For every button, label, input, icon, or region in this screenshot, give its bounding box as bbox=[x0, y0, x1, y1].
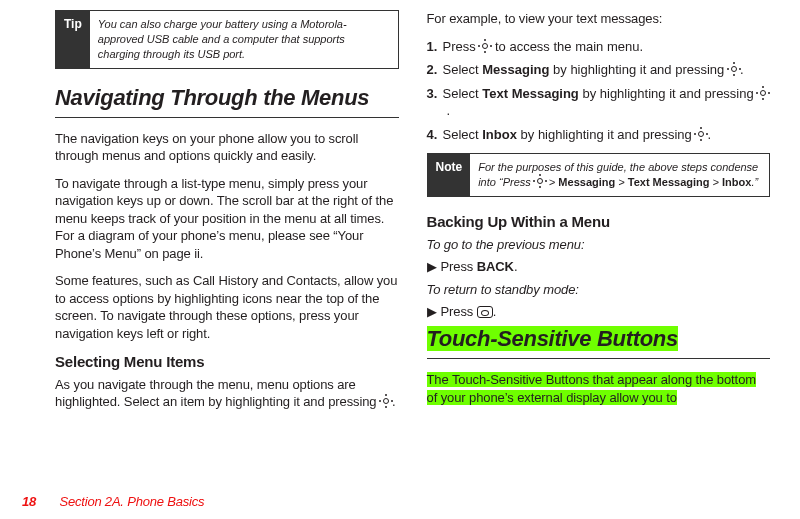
text-run: Select bbox=[443, 127, 483, 142]
paragraph: The navigation keys on your phone allow … bbox=[55, 130, 399, 165]
section-heading-navigating: Navigating Through the Menus bbox=[55, 85, 399, 111]
text-run: Select bbox=[443, 62, 483, 77]
bold-term: Inbox bbox=[722, 176, 751, 188]
bold-term: Messaging bbox=[558, 176, 615, 188]
bold-term: Inbox bbox=[482, 127, 517, 142]
subheading-backing-up: Backing Up Within a Menu bbox=[427, 213, 771, 230]
two-column-layout: Tip You can also charge your battery usi… bbox=[55, 10, 770, 421]
note-label: Note bbox=[428, 154, 471, 196]
nav-key-icon bbox=[695, 128, 707, 140]
instruction-line: ▶Press . bbox=[427, 303, 771, 321]
lead-in: To go to the previous menu: bbox=[427, 236, 771, 254]
end-key-icon bbox=[477, 306, 493, 318]
step-1: 1.Press to access the main menu. bbox=[427, 38, 771, 56]
tip-label: Tip bbox=[56, 11, 90, 68]
footer-section-title: Section 2A. Phone Basics bbox=[59, 494, 204, 509]
left-column: Tip You can also charge your battery usi… bbox=[55, 10, 399, 421]
text-run: > bbox=[615, 176, 628, 188]
text-run: .” bbox=[751, 176, 758, 188]
example-intro: For example, to view your text messages: bbox=[427, 10, 771, 28]
text-run: to access the main menu. bbox=[491, 39, 643, 54]
nav-key-icon bbox=[479, 40, 491, 52]
text-run: . bbox=[514, 259, 518, 274]
text-run: . bbox=[493, 304, 497, 319]
triangle-bullet-icon: ▶ bbox=[427, 303, 441, 321]
heading-rule bbox=[55, 117, 399, 118]
tip-body: You can also charge your battery using a… bbox=[90, 11, 398, 68]
triangle-bullet-icon: ▶ bbox=[427, 258, 441, 276]
instruction-line: ▶Press BACK. bbox=[427, 258, 771, 276]
text-run: As you navigate through the menu, menu o… bbox=[55, 377, 380, 410]
text-run: Press bbox=[441, 304, 477, 319]
paragraph: To navigate through a list-type menu, si… bbox=[55, 175, 399, 263]
nav-key-icon bbox=[728, 63, 740, 75]
text-run: Press bbox=[441, 259, 477, 274]
paragraph: Some features, such as Call History and … bbox=[55, 272, 399, 342]
tip-box: Tip You can also charge your battery usi… bbox=[55, 10, 399, 69]
text-run: by highlighting it and pressing bbox=[517, 127, 696, 142]
page: Tip You can also charge your battery usi… bbox=[0, 0, 800, 519]
text-run: . bbox=[447, 103, 451, 118]
page-footer: 18 Section 2A. Phone Basics bbox=[22, 494, 204, 509]
heading-rule bbox=[427, 358, 771, 359]
lead-in: To return to standby mode: bbox=[427, 281, 771, 299]
section-heading-touch: Touch-Sensitive Buttons bbox=[427, 326, 771, 352]
highlight: Touch-Sensitive Buttons bbox=[427, 326, 678, 351]
bold-term: BACK bbox=[477, 259, 514, 274]
step-2: 2.Select Messaging by highlighting it an… bbox=[427, 61, 771, 79]
text-run: > bbox=[709, 176, 722, 188]
right-column: For example, to view your text messages:… bbox=[427, 10, 771, 421]
bold-term: Messaging bbox=[482, 62, 549, 77]
steps-list: 1.Press to access the main menu. 2.Selec… bbox=[427, 38, 771, 144]
nav-key-icon bbox=[757, 87, 769, 99]
text-run: Select bbox=[443, 86, 483, 101]
paragraph: As you navigate through the menu, menu o… bbox=[55, 376, 399, 411]
bold-term: Text Messaging bbox=[482, 86, 579, 101]
step-3: 3.Select Text Messaging by highlighting … bbox=[427, 85, 771, 120]
paragraph: The Touch-Sensitive Buttons that appear … bbox=[427, 371, 771, 406]
bold-term: Text Messaging bbox=[628, 176, 710, 188]
page-number: 18 bbox=[22, 494, 36, 509]
step-4: 4.Select Inbox by highlighting it and pr… bbox=[427, 126, 771, 144]
subheading-selecting: Selecting Menu Items bbox=[55, 353, 399, 370]
nav-key-icon bbox=[380, 395, 392, 407]
text-run: by highlighting it and pressing bbox=[549, 62, 728, 77]
text-run: by highlighting it and pressing bbox=[579, 86, 758, 101]
nav-key-icon bbox=[534, 175, 546, 187]
text-run: Press bbox=[443, 39, 480, 54]
text-run: > bbox=[546, 176, 559, 188]
highlight: The Touch-Sensitive Buttons that appear … bbox=[427, 372, 757, 405]
note-body: For the purposes of this guide, the abov… bbox=[470, 154, 769, 196]
note-box: Note For the purposes of this guide, the… bbox=[427, 153, 771, 197]
